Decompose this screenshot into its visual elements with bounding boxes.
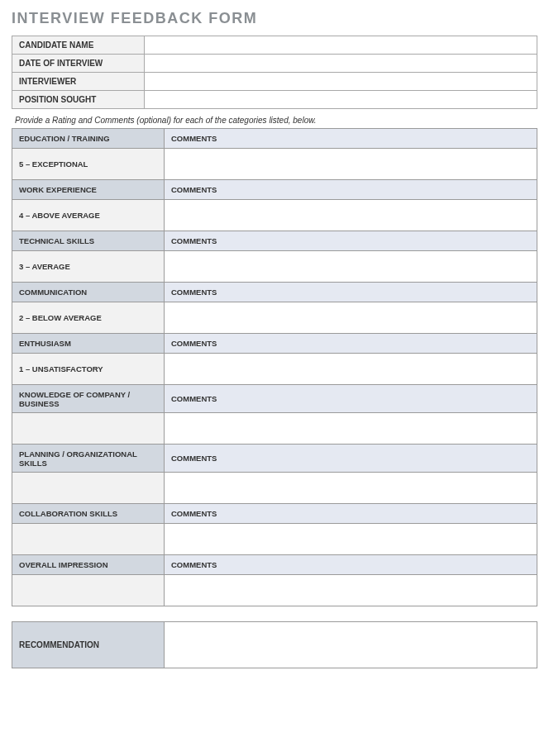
comments-header: COMMENTS (165, 504, 537, 524)
info-label: INTERVIEWER (12, 73, 145, 91)
rating-scale-cell[interactable]: 3 – AVERAGE (12, 251, 165, 283)
rating-table: EDUCATION / TRAININGCOMMENTS5 – EXCEPTIO… (12, 128, 537, 606)
comments-header: COMMENTS (165, 334, 537, 354)
comment-cell[interactable] (165, 575, 537, 606)
category-header: ENTHUSIASM (12, 334, 165, 354)
comments-header: COMMENTS (165, 385, 537, 413)
comments-header: COMMENTS (165, 283, 537, 302)
comment-cell[interactable] (165, 149, 537, 180)
info-value[interactable] (145, 55, 537, 73)
info-value[interactable] (145, 36, 537, 55)
comments-header: COMMENTS (165, 445, 537, 473)
comment-cell[interactable] (165, 302, 537, 334)
category-header: PLANNING / ORGANIZATIONAL SKILLS (12, 445, 165, 473)
candidate-info-table: CANDIDATE NAMEDATE OF INTERVIEWINTERVIEW… (12, 36, 537, 109)
category-header: COLLABORATION SKILLS (12, 504, 165, 524)
recommendation-label: RECOMMENDATION (12, 622, 165, 668)
comments-header: COMMENTS (165, 180, 537, 200)
rating-scale-cell[interactable]: 5 – EXCEPTIONAL (12, 149, 165, 180)
rating-scale-cell[interactable]: 1 – UNSATISFACTORY (12, 354, 165, 385)
comment-cell[interactable] (165, 200, 537, 231)
rating-scale-cell[interactable] (12, 413, 165, 445)
comments-header: COMMENTS (165, 555, 537, 575)
info-label: POSITION SOUGHT (12, 91, 145, 109)
rating-scale-cell[interactable] (12, 575, 165, 606)
info-label: CANDIDATE NAME (12, 36, 145, 55)
comment-cell[interactable] (165, 524, 537, 555)
category-header: EDUCATION / TRAINING (12, 129, 165, 149)
recommendation-value[interactable] (165, 622, 537, 668)
rating-scale-cell[interactable]: 4 – ABOVE AVERAGE (12, 200, 165, 231)
comment-cell[interactable] (165, 413, 537, 445)
rating-scale-cell[interactable]: 2 – BELOW AVERAGE (12, 302, 165, 334)
rating-scale-cell[interactable] (12, 473, 165, 504)
info-label: DATE OF INTERVIEW (12, 55, 145, 73)
category-header: COMMUNICATION (12, 283, 165, 302)
comments-header: COMMENTS (165, 129, 537, 149)
recommendation-table: RECOMMENDATION (12, 621, 537, 668)
comment-cell[interactable] (165, 473, 537, 504)
category-header: KNOWLEDGE OF COMPANY / BUSINESS (12, 385, 165, 413)
comments-header: COMMENTS (165, 231, 537, 251)
comment-cell[interactable] (165, 354, 537, 385)
info-value[interactable] (145, 91, 537, 109)
category-header: OVERALL IMPRESSION (12, 555, 165, 575)
category-header: TECHNICAL SKILLS (12, 231, 165, 251)
instructions-text: Provide a Rating and Comments (optional)… (15, 116, 537, 125)
form-title: INTERVIEW FEEDBACK FORM (12, 10, 537, 27)
info-value[interactable] (145, 73, 537, 91)
rating-scale-cell[interactable] (12, 524, 165, 555)
category-header: WORK EXPERIENCE (12, 180, 165, 200)
comment-cell[interactable] (165, 251, 537, 283)
